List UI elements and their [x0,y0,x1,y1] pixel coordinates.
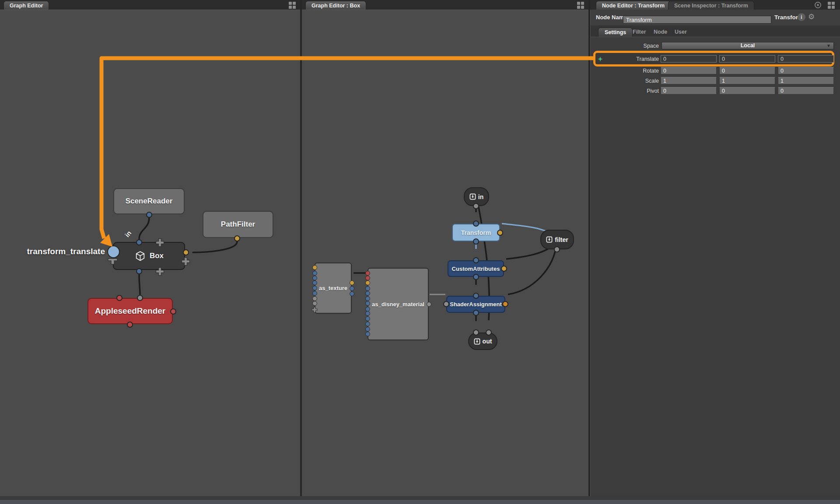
plug[interactable] [350,291,354,296]
plug[interactable] [350,280,354,285]
plug-filter[interactable] [497,230,503,236]
plug[interactable] [127,322,133,328]
panel-menu-grid-icon[interactable] [828,2,835,9]
graph-canvas[interactable]: SceneReader PathFilter Box [0,10,300,496]
plug[interactable] [312,271,317,276]
nodule-tab-icon[interactable] [108,258,118,265]
plug[interactable] [312,280,317,285]
parameters-content: Space Local ▼ Translate Rotate Scale [590,37,840,496]
plug[interactable] [365,327,370,332]
plug[interactable] [312,301,317,306]
plug-filter[interactable] [501,266,507,272]
node-scenereader[interactable]: SceneReader [113,188,185,214]
plug[interactable] [350,286,354,291]
node-box[interactable]: Box [113,242,185,270]
plug-out[interactable] [183,249,189,256]
plug-in[interactable] [473,257,479,263]
node-out[interactable]: out [468,332,497,350]
plug[interactable] [365,280,370,285]
plus-icon[interactable] [181,257,190,266]
space-dropdown-value: Local [741,42,755,49]
plug-out[interactable] [473,274,479,280]
tab-graph-editor-box[interactable]: Graph Editor : Box [305,1,366,10]
node-label: out [483,338,492,345]
node-as-texture[interactable]: as_texture [315,262,352,314]
plug[interactable] [312,286,317,290]
pivot-z-input[interactable] [778,87,834,94]
plug[interactable] [365,332,370,336]
wire[interactable] [193,242,237,252]
row-label-space: Space [591,43,659,49]
wire[interactable] [508,242,557,294]
plug[interactable] [365,316,370,321]
plug-out[interactable] [473,238,479,245]
translate-z-input[interactable] [778,55,834,63]
plug[interactable] [365,286,370,291]
panel-menu-grid-icon[interactable] [289,2,296,9]
row-label-rotate: Rotate [591,68,659,74]
plug-filter[interactable] [502,301,508,307]
plug[interactable] [365,276,370,280]
promoted-translate-plug[interactable] [107,245,120,258]
plug-in[interactable] [473,329,479,336]
node-appleseedrender[interactable]: AppleseedRender [88,298,173,324]
plug[interactable] [365,322,370,326]
plug-out[interactable] [473,310,479,316]
plug-in[interactable] [137,295,143,301]
wire[interactable] [139,275,140,294]
plug[interactable] [365,271,370,276]
pivot-y-input[interactable] [719,87,775,94]
plug[interactable] [365,311,370,316]
scale-x-input[interactable] [661,77,717,84]
plug-in[interactable] [136,239,142,245]
plug-out[interactable] [146,212,152,218]
rotate-z-input[interactable] [778,67,834,74]
plug[interactable] [312,265,317,270]
node-name-input[interactable] [623,16,771,24]
plug[interactable] [170,308,176,315]
tab-user[interactable]: User [668,28,693,37]
row-label-translate: Translate [591,56,659,62]
plug-out[interactable] [473,203,479,209]
plug-shader[interactable] [443,301,449,307]
plug[interactable] [365,296,370,301]
plug[interactable] [365,307,370,312]
plug[interactable] [116,295,122,301]
plug[interactable] [312,296,317,301]
scale-y-input[interactable] [719,77,775,84]
plug-in[interactable] [486,329,492,336]
rotate-y-input[interactable] [719,67,775,74]
translate-x-input[interactable] [661,55,717,63]
target-icon[interactable] [814,1,822,9]
info-icon[interactable]: i [798,13,805,21]
plug-in[interactable] [473,293,479,299]
scale-z-input[interactable] [778,77,834,84]
tab-node-editor[interactable]: Node Editor : Transform [596,1,671,10]
graph-canvas[interactable]: as_texture as_disney_material [302,10,588,496]
pivot-x-input[interactable] [661,87,717,94]
plus-icon[interactable] [155,267,164,276]
gear-icon[interactable]: ⚙ [808,12,815,21]
plug[interactable] [365,301,370,306]
plug-out-bottom[interactable] [136,268,142,274]
plus-icon[interactable] [312,307,318,313]
translate-y-input[interactable] [719,55,775,63]
plug-out[interactable] [554,246,560,252]
space-dropdown[interactable]: Local ▼ [662,42,834,49]
node-label: Transform [461,229,491,236]
panel-menu-grid-icon[interactable] [577,2,584,9]
plug[interactable] [365,291,370,296]
plus-icon[interactable] [155,238,164,247]
plug-in[interactable] [473,220,479,227]
node-pathfilter[interactable]: PathFilter [203,211,273,238]
plug[interactable] [312,276,317,280]
plug[interactable] [312,291,317,296]
node-as-disney-material[interactable]: as_disney_material [368,268,429,340]
parameter-tabs: Settings Filter Node User [590,25,840,37]
plug-out[interactable] [427,302,431,307]
rotate-x-input[interactable] [661,67,717,74]
wire[interactable] [139,218,149,239]
tab-graph-editor[interactable]: Graph Editor [4,1,49,10]
tab-scene-inspector[interactable]: Scene Inspector : Transform [668,1,754,10]
plug-out[interactable] [234,235,240,242]
